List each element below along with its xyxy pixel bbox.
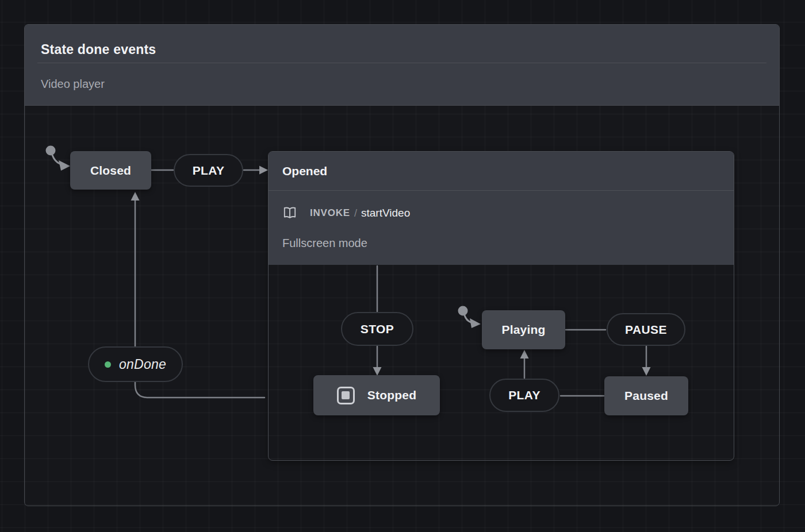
event-ondone[interactable]: onDone [88, 346, 183, 382]
event-label: STOP [361, 322, 394, 336]
machine-header[interactable]: State done events Video player [25, 25, 779, 106]
done-event-dot-icon [105, 361, 111, 368]
final-state-icon [337, 387, 355, 404]
state-node-stopped[interactable]: Stopped [313, 375, 440, 415]
event-play-to-opened[interactable]: PLAY [174, 154, 243, 187]
invoke-separator: / [354, 207, 357, 219]
event-stop[interactable]: STOP [341, 312, 413, 346]
state-label-playing: Playing [501, 323, 545, 337]
state-label-closed: Closed [90, 164, 131, 178]
open-book-icon [282, 206, 297, 221]
state-node-paused[interactable]: Paused [604, 376, 688, 415]
opened-state-header[interactable]: Opened INVOKE / startVideo Fullscreen mo… [269, 152, 734, 265]
opened-state-title: Opened [282, 164, 327, 178]
final-state-icon-inner [342, 391, 350, 399]
invoke-keyword: INVOKE [310, 207, 350, 219]
event-label: PAUSE [625, 323, 667, 337]
event-pause[interactable]: PAUSE [607, 313, 685, 346]
invoke-source: startVideo [361, 207, 410, 219]
state-node-playing[interactable]: Playing [482, 310, 565, 349]
state-label-paused: Paused [624, 389, 668, 403]
event-label: PLAY [508, 388, 540, 402]
event-play-to-playing[interactable]: PLAY [489, 379, 559, 412]
state-node-closed[interactable]: Closed [70, 151, 151, 190]
invoke-row[interactable]: INVOKE / startVideo [282, 206, 410, 221]
state-machine-canvas[interactable]: State done events Video player Opened IN… [0, 0, 805, 532]
opened-state-description: Fullscreen mode [282, 237, 367, 250]
event-label: onDone [119, 357, 166, 372]
machine-description: Video player [41, 78, 105, 91]
opened-header-divider [269, 190, 734, 191]
state-label-stopped: Stopped [367, 388, 416, 402]
header-divider [37, 63, 766, 63]
machine-title: State done events [41, 42, 156, 57]
event-label: PLAY [193, 164, 225, 178]
